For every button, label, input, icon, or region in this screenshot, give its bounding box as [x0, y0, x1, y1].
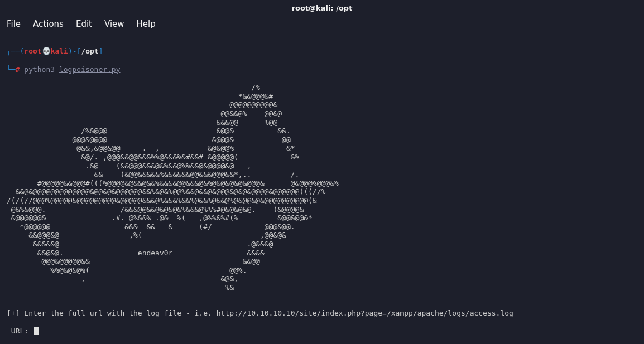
prompt-dash: - — [73, 47, 77, 55]
menubar: File Actions Edit View Help — [0, 16, 644, 32]
text-cursor — [34, 327, 39, 335]
info-prompt-text: [+] Enter the full url with the log file… — [7, 309, 637, 318]
menu-help[interactable]: Help — [137, 19, 156, 29]
command-arg: logpoisoner.py — [59, 65, 121, 74]
window-titlebar: root@kali: /opt — [0, 0, 644, 16]
prompt-line-1: ┌──(root💀kali)-[/opt] — [7, 47, 637, 56]
menu-edit[interactable]: Edit — [76, 19, 92, 29]
window-title: root@kali: /opt — [292, 4, 353, 12]
menu-actions[interactable]: Actions — [33, 19, 64, 29]
prompt-corner-bottom: └─ — [7, 65, 16, 74]
prompt-host: kali — [51, 47, 68, 55]
prompt-bracket-close: ] — [99, 47, 103, 55]
command-text: python3 — [20, 65, 59, 74]
terminal-area[interactable]: ┌──(root💀kali)-[/opt] └─# python3 logpoi… — [0, 32, 644, 344]
prompt-path: /opt — [81, 47, 98, 55]
menu-view[interactable]: View — [104, 19, 124, 29]
skull-icon: 💀 — [42, 47, 51, 55]
prompt-user: root — [24, 47, 41, 55]
prompt-corner-top: ┌── — [7, 47, 20, 55]
url-input-line[interactable]: URL: — [7, 327, 637, 336]
prompt-line-2: └─# python3 logpoisoner.py — [7, 65, 637, 74]
ascii-art-output: /% *&&@@@&# @@@@@@@@@@& @@&&@% @@&@ — [7, 83, 637, 292]
menu-file[interactable]: File — [7, 19, 21, 29]
url-label: URL: — [7, 327, 33, 335]
prompt-paren-close: ) — [68, 47, 73, 55]
